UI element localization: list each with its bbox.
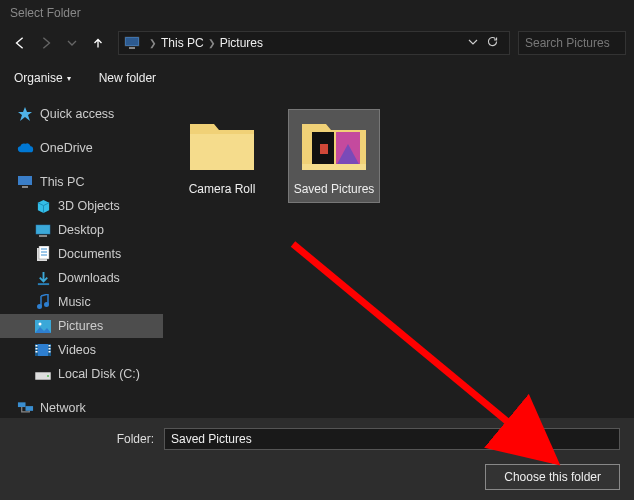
svg-rect-30: [25, 406, 33, 411]
svg-rect-20: [36, 345, 38, 347]
chevron-right-icon: ❯: [149, 38, 157, 48]
cloud-icon: [16, 139, 34, 157]
folder-item-camera-roll[interactable]: Camera Roll: [177, 110, 267, 202]
sidebar-item-network[interactable]: Network: [0, 396, 163, 420]
svg-rect-3: [18, 176, 32, 185]
svg-rect-12: [37, 283, 48, 285]
sidebar-item-desktop[interactable]: Desktop: [0, 218, 163, 242]
up-button[interactable]: [86, 31, 110, 55]
sidebar-item-local-disk[interactable]: Local Disk (C:): [0, 362, 163, 386]
network-icon: [16, 399, 34, 417]
svg-rect-33: [320, 144, 328, 154]
new-folder-button[interactable]: New folder: [99, 71, 156, 85]
content-pane[interactable]: Camera Roll Saved Pictures: [163, 94, 634, 436]
svg-rect-24: [49, 348, 51, 350]
svg-rect-21: [36, 348, 38, 350]
chevron-down-icon: ▾: [67, 74, 71, 83]
pc-icon: [123, 34, 141, 52]
svg-point-16: [39, 322, 42, 325]
address-bar[interactable]: ❯ This PC ❯ Pictures: [118, 31, 510, 55]
folder-item-saved-pictures[interactable]: Saved Pictures: [289, 110, 379, 202]
organise-menu[interactable]: Organise ▾: [14, 71, 71, 85]
svg-rect-2: [129, 47, 135, 49]
sidebar-item-this-pc[interactable]: This PC: [0, 170, 163, 194]
svg-rect-23: [49, 345, 51, 347]
chevron-right-icon: ❯: [208, 38, 216, 48]
svg-rect-5: [36, 225, 50, 234]
toolbar: Organise ▾ New folder: [0, 62, 634, 94]
svg-point-28: [47, 375, 49, 377]
folder-name-input[interactable]: [164, 428, 620, 450]
music-icon: [34, 293, 52, 311]
pictures-icon: [34, 317, 52, 335]
svg-point-14: [44, 302, 49, 307]
back-button[interactable]: [8, 31, 32, 55]
sidebar-item-downloads[interactable]: Downloads: [0, 266, 163, 290]
pc-icon: [16, 173, 34, 191]
documents-icon: [34, 245, 52, 263]
svg-rect-25: [49, 351, 51, 353]
cube-icon: [34, 197, 52, 215]
sidebar-item-videos[interactable]: Videos: [0, 338, 163, 362]
nav-bar: ❯ This PC ❯ Pictures Search Pictures: [0, 28, 634, 58]
sidebar-item-3d-objects[interactable]: 3D Objects: [0, 194, 163, 218]
sidebar-item-documents[interactable]: Documents: [0, 242, 163, 266]
breadcrumb-segment[interactable]: This PC: [161, 36, 204, 50]
forward-button[interactable]: [34, 31, 58, 55]
svg-rect-1: [126, 38, 138, 45]
star-icon: [16, 105, 34, 123]
window-title: Select Folder: [0, 0, 634, 28]
folder-icon: [186, 114, 258, 176]
svg-rect-29: [17, 402, 25, 407]
folder-icon: [298, 114, 370, 176]
sidebar-item-quick-access[interactable]: Quick access: [0, 102, 163, 126]
download-icon: [34, 269, 52, 287]
drive-icon: [34, 365, 52, 383]
refresh-icon[interactable]: [486, 35, 499, 51]
sidebar-item-music[interactable]: Music: [0, 290, 163, 314]
svg-rect-6: [39, 235, 47, 237]
svg-rect-4: [22, 186, 28, 188]
desktop-icon: [34, 221, 52, 239]
history-dropdown-icon[interactable]: [468, 36, 478, 50]
sidebar: Quick access OneDrive This PC 3D Objects…: [0, 94, 163, 436]
videos-icon: [34, 341, 52, 359]
search-input[interactable]: Search Pictures: [518, 31, 626, 55]
folder-label: Folder:: [14, 432, 154, 446]
breadcrumb-segment[interactable]: Pictures: [220, 36, 263, 50]
svg-rect-22: [36, 351, 38, 353]
sidebar-item-onedrive[interactable]: OneDrive: [0, 136, 163, 160]
footer: Folder: Choose this folder: [0, 418, 634, 500]
svg-point-13: [37, 304, 42, 309]
choose-folder-button[interactable]: Choose this folder: [485, 464, 620, 490]
sidebar-item-pictures[interactable]: Pictures: [0, 314, 163, 338]
recent-dropdown[interactable]: [60, 31, 84, 55]
